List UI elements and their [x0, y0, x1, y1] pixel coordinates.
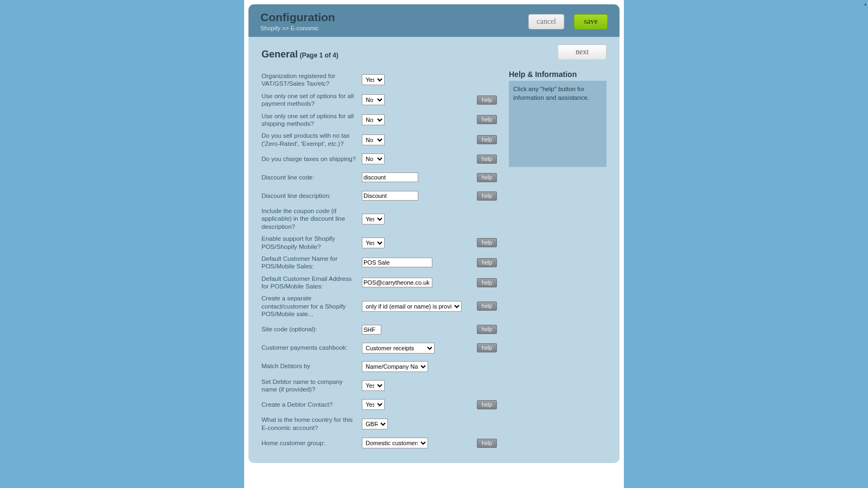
- text-input[interactable]: [362, 258, 432, 267]
- field-control: only if id (email or name) is provided: [362, 301, 462, 312]
- help-wrap: help: [477, 439, 498, 448]
- field-control: Yes: [362, 380, 385, 391]
- form-row: Match Debtors byName/Company Name: [261, 357, 498, 376]
- field-control: [362, 191, 418, 201]
- help-button[interactable]: help: [477, 191, 497, 201]
- select-input[interactable]: No: [362, 134, 385, 145]
- form-row: Do you sell products with no tax ('Zero-…: [261, 130, 498, 150]
- select-input[interactable]: Name/Company Name: [362, 361, 428, 372]
- header-actions: cancel save: [528, 14, 608, 29]
- form-row: Set Debtor name to company name (if prov…: [261, 376, 498, 396]
- select-input[interactable]: Customer receipts: [362, 343, 435, 354]
- form-row: Site code (optional):help: [261, 320, 498, 339]
- help-button[interactable]: help: [477, 258, 497, 267]
- select-input[interactable]: No: [362, 114, 385, 125]
- help-button[interactable]: help: [477, 439, 497, 448]
- help-button[interactable]: help: [477, 400, 497, 409]
- help-button[interactable]: help: [477, 173, 497, 182]
- field-label: Create a separate contact/customer for a…: [261, 294, 356, 318]
- help-wrap: help: [477, 115, 498, 124]
- help-button[interactable]: help: [477, 238, 497, 247]
- help-column: Help & Information Click any "help" butt…: [509, 70, 607, 452]
- text-input[interactable]: [362, 278, 432, 287]
- field-label: Create a Debtor Contact?: [261, 401, 356, 408]
- help-wrap: help: [477, 400, 498, 409]
- form-row: Customer payments cashbook:Customer rece…: [261, 339, 498, 357]
- save-button[interactable]: save: [574, 14, 608, 29]
- section-header: General (Page 1 of 4): [261, 49, 607, 60]
- field-control: Yes: [362, 399, 385, 410]
- field-label: Discount line code:: [261, 174, 356, 181]
- form-row: Default Customer Name for POS/Mobile Sal…: [261, 253, 498, 273]
- help-wrap: help: [477, 343, 498, 352]
- scroll-up-caret: ▴: [864, 1, 867, 7]
- form-row: Default Customer Email Address for POS/M…: [261, 273, 498, 293]
- help-wrap: help: [477, 135, 498, 144]
- form-row: Do you charge taxes on shipping?Nohelp: [261, 150, 498, 168]
- field-control: GBR: [362, 419, 388, 429]
- field-control: [362, 172, 418, 182]
- form-row: Enable support for Shopify POS/Shopify M…: [261, 233, 498, 253]
- field-label: Default Customer Name for POS/Mobile Sal…: [261, 255, 356, 271]
- help-wrap: help: [477, 155, 498, 164]
- help-wrap: help: [477, 95, 498, 105]
- help-wrap: help: [477, 325, 498, 334]
- field-label: Set Debtor name to company name (if prov…: [261, 378, 356, 394]
- field-label: Use only one set of options for all paym…: [261, 92, 356, 108]
- field-label: Default Customer Email Address for POS/M…: [261, 275, 356, 291]
- cancel-button[interactable]: cancel: [528, 14, 564, 29]
- select-input[interactable]: No: [362, 94, 385, 105]
- text-input[interactable]: [362, 191, 418, 201]
- help-button[interactable]: help: [477, 155, 497, 164]
- form-row: Discount line code:help: [261, 168, 498, 187]
- field-control: No: [362, 134, 385, 145]
- select-input[interactable]: Yes: [362, 74, 385, 85]
- field-control: [362, 278, 432, 287]
- field-label: Enable support for Shopify POS/Shopify M…: [261, 235, 356, 251]
- select-input[interactable]: Yes: [362, 214, 385, 224]
- help-button[interactable]: help: [477, 115, 497, 124]
- field-control: Domestic customers: [362, 438, 428, 448]
- help-wrap: help: [477, 191, 498, 201]
- field-control: No: [362, 114, 385, 125]
- field-label: Do you sell products with no tax ('Zero-…: [261, 132, 356, 147]
- field-label: Site code (optional):: [261, 325, 356, 333]
- select-input[interactable]: No: [362, 153, 385, 164]
- section-title: General: [261, 49, 298, 60]
- field-control: Yes: [362, 74, 385, 85]
- select-input[interactable]: Yes: [362, 237, 385, 248]
- section-pager: (Page 1 of 4): [299, 52, 338, 59]
- select-input[interactable]: only if id (email or name) is provided: [362, 301, 462, 312]
- help-wrap: help: [477, 301, 498, 311]
- next-button[interactable]: next: [558, 44, 607, 60]
- help-button[interactable]: help: [477, 301, 497, 311]
- text-input[interactable]: [362, 172, 418, 182]
- field-control: Yes: [362, 237, 385, 248]
- field-label: Discount line description:: [261, 192, 356, 200]
- help-panel-body: Click any "help" button for information …: [509, 81, 607, 167]
- form-row: What is the home country for this E-cono…: [261, 414, 498, 434]
- help-button[interactable]: help: [477, 343, 497, 352]
- help-wrap: help: [477, 278, 498, 287]
- next-button-wrap: next: [558, 44, 607, 60]
- help-button[interactable]: help: [477, 135, 497, 144]
- help-button[interactable]: help: [477, 325, 497, 334]
- help-button[interactable]: help: [477, 278, 497, 287]
- field-control: No: [362, 94, 385, 105]
- field-label: Match Debtors by: [261, 362, 356, 370]
- field-label: Use only one set of options for all ship…: [261, 112, 356, 128]
- help-wrap: help: [477, 173, 498, 182]
- help-button[interactable]: help: [477, 95, 497, 105]
- form-row: Create a Debtor Contact?Yeshelp: [261, 395, 498, 414]
- help-wrap: help: [477, 258, 498, 267]
- text-input[interactable]: [362, 325, 381, 335]
- field-control: No: [362, 153, 385, 164]
- panel-header: Configuration Shopify >> E-conomic cance…: [248, 4, 620, 37]
- select-input[interactable]: GBR: [362, 419, 388, 429]
- help-panel-title: Help & Information: [509, 70, 607, 79]
- select-input[interactable]: Yes: [362, 380, 385, 391]
- form-row: Include the coupon code (if applicable) …: [261, 205, 498, 233]
- select-input[interactable]: Domestic customers: [362, 438, 428, 448]
- select-input[interactable]: Yes: [362, 399, 385, 410]
- page-container: Configuration Shopify >> E-conomic cance…: [244, 0, 624, 488]
